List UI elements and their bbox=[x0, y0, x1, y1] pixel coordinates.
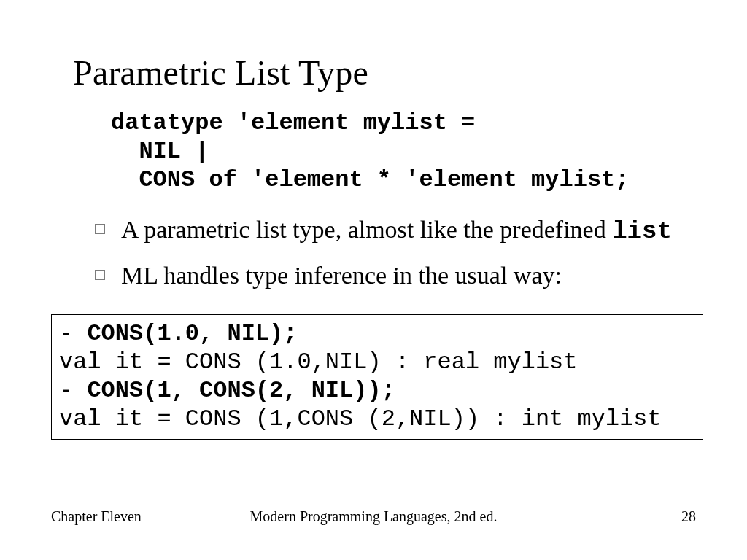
repl-input: CONS(1.0, NIL); bbox=[87, 320, 297, 347]
bullet-item: A parametric list type, almost like the … bbox=[95, 214, 696, 247]
repl-prompt: - bbox=[59, 377, 87, 404]
bullet-text: A parametric list type, almost like the … bbox=[121, 214, 672, 247]
code-line-1: datatype 'element mylist = bbox=[111, 109, 475, 136]
footer-center: Modern Programming Languages, 2nd ed. bbox=[51, 508, 696, 525]
bullet-icon bbox=[95, 224, 105, 234]
bullet-pre: A parametric list type, almost like the … bbox=[121, 216, 612, 243]
repl-output-box: - CONS(1.0, NIL); val it = CONS (1.0,NIL… bbox=[51, 314, 703, 440]
datatype-code-block: datatype 'element mylist = NIL | CONS of… bbox=[111, 109, 696, 194]
bullet-text: ML handles type inference in the usual w… bbox=[121, 260, 562, 293]
bullet-pre: ML handles type inference in the usual w… bbox=[121, 262, 562, 289]
bullet-list: A parametric list type, almost like the … bbox=[95, 214, 696, 292]
repl-output: val it = CONS (1.0,NIL) : real mylist bbox=[59, 349, 578, 376]
bullet-icon bbox=[95, 270, 105, 280]
bullet-mono: list bbox=[612, 217, 672, 245]
repl-input: CONS(1, CONS(2, NIL)); bbox=[87, 377, 395, 404]
slide: Parametric List Type datatype 'element m… bbox=[0, 0, 747, 560]
code-line-3: CONS of 'element * 'element mylist; bbox=[111, 166, 630, 193]
repl-output: val it = CONS (1,CONS (2,NIL)) : int myl… bbox=[59, 405, 662, 432]
code-line-2: NIL | bbox=[111, 138, 209, 165]
repl-prompt: - bbox=[59, 320, 87, 347]
slide-title: Parametric List Type bbox=[73, 52, 696, 93]
bullet-item: ML handles type inference in the usual w… bbox=[95, 260, 696, 293]
slide-footer: Chapter Eleven Modern Programming Langua… bbox=[51, 508, 696, 525]
